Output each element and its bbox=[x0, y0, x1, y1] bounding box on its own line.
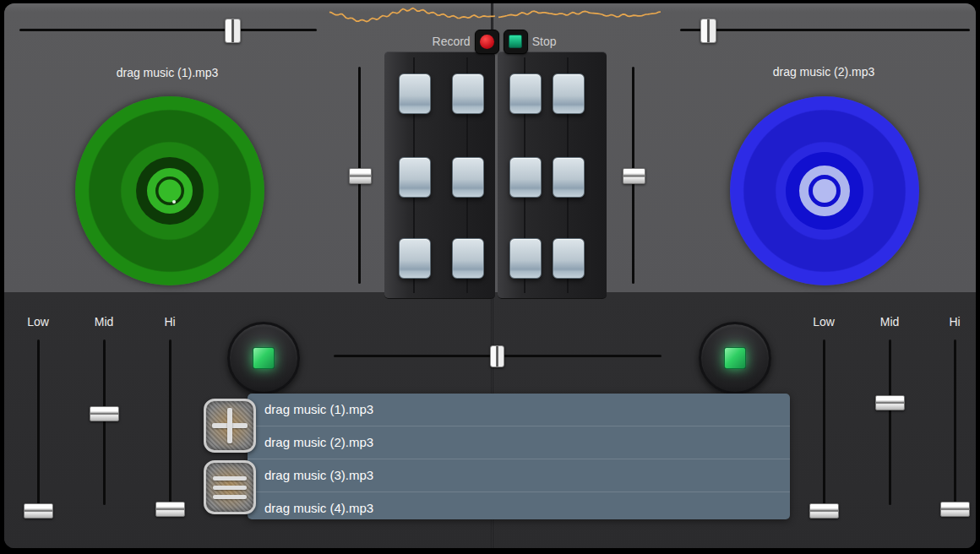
jog-wheel-left[interactable] bbox=[75, 96, 264, 285]
record-button[interactable] bbox=[475, 30, 499, 54]
eq-left-low-track[interactable] bbox=[37, 339, 40, 505]
eq-left-mid-label: Mid bbox=[95, 315, 114, 329]
cue-indicator-right bbox=[724, 347, 746, 369]
record-label: Record bbox=[433, 35, 471, 48]
performance-pad[interactable] bbox=[452, 157, 484, 198]
pitch-slider-right-track[interactable] bbox=[680, 29, 970, 31]
playlist-item[interactable]: drag music (1).mp3 bbox=[248, 394, 790, 426]
performance-pad[interactable] bbox=[509, 157, 542, 198]
playlist-item[interactable]: drag music (3).mp3 bbox=[248, 459, 790, 492]
stop-icon bbox=[509, 35, 522, 48]
performance-pad[interactable] bbox=[509, 238, 542, 279]
eq-left-mid-track[interactable] bbox=[103, 339, 106, 505]
volume-slider-right-handle[interactable] bbox=[623, 168, 645, 184]
eq-right-low-handle[interactable] bbox=[809, 503, 839, 519]
performance-pad[interactable] bbox=[553, 238, 585, 279]
eq-left-mid-handle[interactable] bbox=[90, 406, 119, 421]
performance-pad[interactable] bbox=[452, 238, 484, 279]
playlist-menu-button[interactable] bbox=[204, 460, 256, 514]
stop-button[interactable] bbox=[504, 30, 528, 54]
pitch-slider-right-handle[interactable] bbox=[700, 19, 716, 43]
eq-right-hi-handle[interactable] bbox=[940, 502, 970, 517]
transport-controls: Record Stop bbox=[376, 29, 612, 54]
eq-left-hi-handle[interactable] bbox=[155, 502, 185, 517]
eq-left-low-handle[interactable] bbox=[24, 503, 53, 519]
crossfader-handle[interactable] bbox=[490, 345, 504, 367]
menu-icon bbox=[213, 476, 247, 481]
menu-icon bbox=[213, 495, 247, 499]
performance-pad[interactable] bbox=[399, 157, 431, 198]
eq-right-low-track[interactable] bbox=[823, 339, 825, 505]
eq-right-mid-label: Mid bbox=[880, 315, 900, 329]
performance-pad[interactable] bbox=[553, 157, 585, 198]
dj-mixer-app: drag music (1).mp3 drag music (2).mp3 Re… bbox=[0, 0, 980, 554]
cue-knob-left[interactable] bbox=[227, 322, 300, 394]
wheel-center-dot bbox=[813, 179, 836, 203]
eq-right-hi-label: Hi bbox=[949, 315, 960, 329]
eq-left-hi-label: Hi bbox=[164, 315, 175, 329]
deck-right-track-name: drag music (2).mp3 bbox=[689, 65, 959, 79]
plus-icon bbox=[227, 408, 232, 443]
eq-left-hi-track[interactable] bbox=[169, 339, 172, 505]
add-track-button[interactable] bbox=[204, 399, 256, 453]
eq-right-mid-track[interactable] bbox=[889, 339, 891, 505]
cue-indicator-left bbox=[253, 347, 275, 369]
performance-pad[interactable] bbox=[553, 73, 585, 114]
stop-label: Stop bbox=[532, 35, 557, 48]
performance-pad[interactable] bbox=[509, 73, 542, 114]
playlist-item[interactable]: drag music (2).mp3 bbox=[248, 426, 790, 459]
main-panel: drag music (1).mp3 drag music (2).mp3 Re… bbox=[4, 3, 976, 548]
pitch-slider-left-handle[interactable] bbox=[225, 19, 241, 43]
volume-slider-left-handle[interactable] bbox=[349, 168, 372, 184]
eq-right-hi-track[interactable] bbox=[954, 339, 956, 505]
performance-pad[interactable] bbox=[399, 73, 431, 114]
eq-left-low-label: Low bbox=[27, 315, 49, 329]
performance-pad[interactable] bbox=[452, 73, 484, 114]
eq-right-mid-handle[interactable] bbox=[875, 395, 905, 410]
performance-pad[interactable] bbox=[399, 238, 431, 279]
pitch-slider-left-track[interactable] bbox=[19, 29, 317, 31]
playlist-panel: drag music (1).mp3 drag music (2).mp3 dr… bbox=[201, 394, 790, 519]
playlist-list: drag music (1).mp3 drag music (2).mp3 dr… bbox=[248, 394, 790, 519]
wheel-spindle-marker bbox=[172, 200, 176, 204]
playlist-item[interactable]: drag music (4).mp3 bbox=[248, 492, 790, 519]
eq-right-low-label: Low bbox=[813, 315, 835, 329]
jog-wheel-right[interactable] bbox=[730, 96, 919, 285]
menu-icon bbox=[213, 486, 247, 490]
wheel-center-dot bbox=[159, 180, 182, 203]
deck-left-track-name: drag music (1).mp3 bbox=[32, 66, 302, 79]
cue-knob-right[interactable] bbox=[699, 322, 771, 394]
record-icon bbox=[480, 35, 494, 49]
